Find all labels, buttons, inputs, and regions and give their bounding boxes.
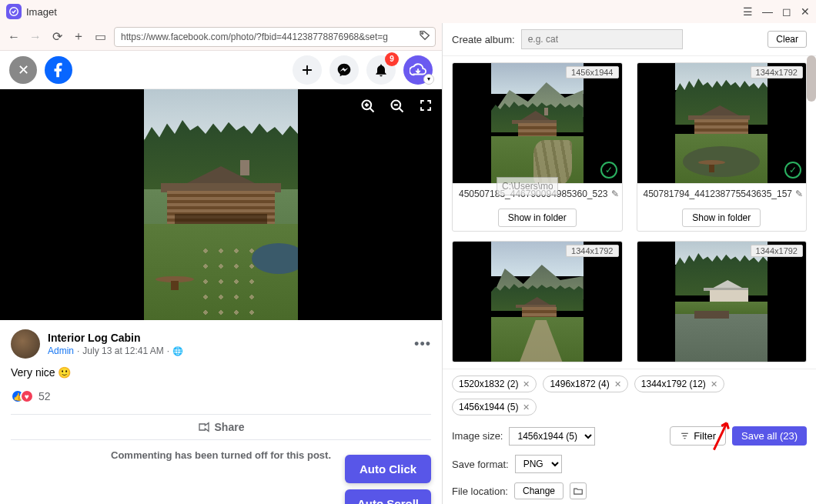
clear-button[interactable]: Clear: [768, 31, 807, 48]
file-name: 450781794_441238775543635_157: [644, 189, 793, 199]
dimension-badge: 1456x1944: [566, 66, 618, 78]
album-name-input[interactable]: [521, 29, 683, 49]
show-in-folder-button[interactable]: Show in folder: [682, 209, 761, 227]
save-all-button[interactable]: Save all (23): [732, 426, 807, 446]
add-tab-icon[interactable]: ＋: [71, 29, 86, 45]
page-name[interactable]: Interior Log Cabin: [48, 332, 183, 344]
thumbnail-card[interactable]: 1344x1792 ✓ 450781794_441238775543635_15…: [637, 62, 808, 232]
edit-icon[interactable]: ✎: [611, 189, 619, 199]
scrollbar[interactable]: [807, 55, 816, 102]
app-logo: [6, 4, 22, 19]
chevron-down-icon[interactable]: ▾: [423, 74, 434, 85]
auto-click-button[interactable]: Auto Click: [345, 455, 431, 483]
admin-badge: Admin: [48, 345, 74, 356]
auto-scroll-button[interactable]: Auto Scroll: [345, 489, 431, 504]
file-location-input[interactable]: [497, 177, 558, 195]
remove-filter-icon[interactable]: ✕: [523, 402, 530, 412]
checkmark-icon: ✓: [600, 162, 617, 179]
post-timestamp[interactable]: July 13 at 12:41 AM: [82, 345, 163, 356]
zoom-in-icon[interactable]: [360, 98, 376, 118]
maximize-icon[interactable]: ◻: [782, 5, 791, 18]
save-format-label: Save format:: [452, 459, 509, 470]
change-location-button[interactable]: Change: [514, 482, 564, 499]
filter-chip[interactable]: 1456x1944 (5)✕: [452, 399, 537, 416]
notification-badge: 9: [385, 52, 399, 66]
file-location-label: File location:: [452, 486, 508, 497]
hamburger-icon[interactable]: ☰: [743, 5, 753, 18]
image-size-select[interactable]: 1456x1944 (5): [509, 427, 595, 446]
filter-button[interactable]: Filter: [670, 426, 726, 446]
thumbnail-card[interactable]: 1456x1944 ✓ 450507185_446790094985360_52…: [452, 62, 623, 232]
dimension-badge: 1344x1792: [566, 245, 618, 257]
remove-filter-icon[interactable]: ✕: [711, 379, 717, 389]
zoom-out-icon[interactable]: [390, 98, 405, 118]
filter-chips: 1520x1832 (2)✕ 1496x1872 (4)✕ 1344x1792 …: [443, 369, 816, 422]
thumbnail-card[interactable]: 1344x1792: [452, 241, 623, 362]
create-album-label: Create album:: [452, 34, 515, 45]
checkmark-icon: ✓: [784, 162, 801, 179]
globe-icon: 🌐: [172, 346, 183, 356]
download-button[interactable]: ▾: [403, 55, 433, 85]
dimension-badge: 1344x1792: [751, 245, 803, 257]
filter-chip[interactable]: 1344x1792 (12)✕: [634, 375, 724, 392]
url-input[interactable]: [114, 27, 436, 47]
minimize-icon[interactable]: —: [762, 5, 773, 18]
dimension-badge: 1344x1792: [751, 66, 803, 78]
filter-chip[interactable]: 1520x1832 (2)✕: [452, 375, 537, 392]
app-title: Imaget: [26, 6, 743, 18]
fb-close-button[interactable]: ✕: [9, 56, 37, 84]
open-folder-icon[interactable]: [570, 482, 587, 499]
reaction-icons[interactable]: 👍 ♥: [11, 389, 34, 403]
facebook-logo[interactable]: [45, 56, 72, 84]
fb-notifications-button[interactable]: 9: [366, 55, 396, 85]
tag-icon[interactable]: [419, 29, 431, 45]
edit-icon[interactable]: ✎: [795, 189, 803, 199]
remove-filter-icon[interactable]: ✕: [614, 379, 621, 389]
show-in-folder-button[interactable]: Show in folder: [498, 209, 577, 227]
photo-viewer: [0, 89, 442, 320]
close-icon[interactable]: ✕: [801, 5, 810, 18]
filter-chip[interactable]: 1496x1872 (4)✕: [543, 375, 627, 392]
thumbnail-grid: 1456x1944 ✓ 450507185_446790094985360_52…: [443, 56, 816, 369]
window-icon[interactable]: ▭: [92, 29, 108, 45]
share-button[interactable]: Share: [11, 414, 431, 440]
fb-messenger-button[interactable]: [329, 55, 359, 85]
reaction-count[interactable]: 52: [38, 390, 51, 402]
back-icon[interactable]: ←: [6, 29, 22, 45]
remove-filter-icon[interactable]: ✕: [523, 379, 530, 389]
avatar[interactable]: [11, 329, 40, 359]
fb-create-button[interactable]: [293, 55, 322, 85]
post-more-icon[interactable]: •••: [414, 336, 431, 352]
thumbnail-card[interactable]: 1344x1792: [637, 241, 808, 362]
fullscreen-icon[interactable]: [419, 98, 433, 118]
image-size-label: Image size:: [452, 430, 503, 442]
forward-icon[interactable]: →: [28, 29, 43, 45]
svg-point-1: [422, 32, 423, 34]
post-body: Very nice 🙂: [11, 366, 431, 379]
reload-icon[interactable]: ⟳: [49, 29, 65, 45]
save-format-select[interactable]: PNG: [515, 455, 562, 473]
